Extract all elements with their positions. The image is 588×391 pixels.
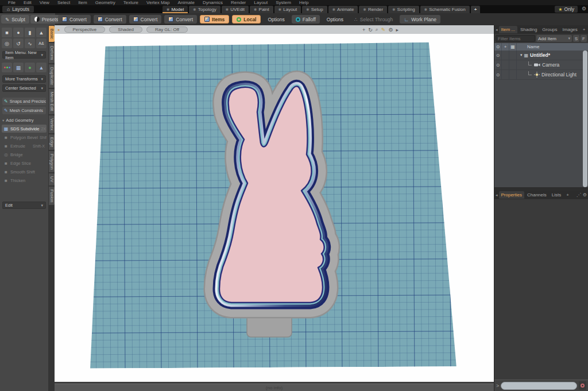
menu-vertex-map[interactable]: Vertex Map: [146, 0, 169, 5]
tool-extrude[interactable]: ■ Extrude Shift-X: [2, 142, 47, 150]
add-panel-tab-button[interactable]: +: [581, 26, 588, 33]
snaps-and-precision-button[interactable]: ✎ Snaps and Precision: [2, 98, 46, 105]
vtab-polygon[interactable]: Polygon: [49, 151, 55, 172]
menu-file[interactable]: File: [8, 0, 16, 5]
rotate-icon[interactable]: ↻: [368, 27, 373, 33]
more-transforms-dropdown[interactable]: More Transforms▾: [2, 75, 46, 83]
add-geometry-section-header[interactable]: ▾ Add Geometry: [0, 116, 48, 124]
tab-render[interactable]: ✱Render: [359, 6, 387, 13]
tab-animate[interactable]: ✱Animate: [328, 6, 358, 13]
tool-smooth-shift[interactable]: ■ Smooth Shift: [2, 168, 47, 176]
eye-icon[interactable]: ⊙: [494, 70, 502, 80]
items-mode-button[interactable]: Items: [200, 15, 229, 24]
eye-icon[interactable]: ⊙: [494, 51, 502, 60]
tool-sds-subdivide[interactable]: ▦ SDS Subdivide 2X: [2, 125, 47, 133]
bunny-cookie-cutter-model[interactable]: [55, 25, 494, 382]
vtab-mesh-edit[interactable]: Mesh Edit: [49, 89, 55, 114]
select-through-button[interactable]: ∴Select Through: [350, 15, 397, 24]
item-row-camera[interactable]: ⊙ Camera: [494, 60, 588, 70]
cone-primitive-button[interactable]: ▲: [36, 28, 47, 37]
solo-button[interactable]: S: [573, 35, 579, 42]
falloff-options-button[interactable]: Options: [323, 15, 347, 24]
layouts-button[interactable]: ⌂ Layouts: [2, 6, 34, 13]
center-selected-dropdown[interactable]: Center Selected▾: [2, 84, 46, 92]
menu-render[interactable]: Render: [231, 0, 246, 5]
chevron-right-icon[interactable]: ▸: [396, 27, 399, 33]
chevron-left-icon[interactable]: ◂: [496, 28, 498, 32]
cube-primitive-button[interactable]: ■: [2, 28, 12, 37]
gear-icon[interactable]: ⚙: [388, 27, 393, 33]
vtab-basic[interactable]: Basic: [49, 26, 55, 42]
tab-images[interactable]: Images: [560, 26, 580, 33]
tab-layout[interactable]: ✱Layout: [274, 6, 301, 13]
sphere-primitive-button[interactable]: ●: [13, 28, 24, 37]
item-list-scrollbar[interactable]: [583, 51, 587, 187]
menu-dynamics[interactable]: Dynamics: [203, 0, 223, 5]
tab-topology[interactable]: ✱Topology: [189, 6, 220, 13]
tab-setup[interactable]: ✱Setup: [302, 6, 327, 13]
menu-view[interactable]: View: [40, 0, 49, 5]
pop-out-icon[interactable]: ⋰: [577, 192, 581, 198]
raygl-toggle[interactable]: Ray GL: Off: [146, 26, 188, 33]
pan-icon[interactable]: +: [362, 27, 365, 33]
convert-button-3[interactable]: Convert: [129, 15, 162, 24]
menu-item[interactable]: Item: [78, 0, 87, 5]
key-icon[interactable]: ✎: [381, 27, 386, 33]
add-item-dropdown[interactable]: Add Item ▾: [536, 35, 572, 42]
gear-icon[interactable]: ⚙: [583, 192, 587, 198]
vtab-edge[interactable]: Edge: [49, 134, 55, 150]
viewport-collapse-icon[interactable]: ▸: [58, 28, 60, 32]
tab-lists[interactable]: Lists: [550, 191, 563, 199]
mesh-constraints-button[interactable]: ✎ Mesh Constraints: [2, 107, 46, 114]
tab-shading[interactable]: Shading: [518, 26, 539, 33]
zoom-icon[interactable]: ⌕: [376, 26, 378, 33]
transform-gizmo-button[interactable]: [2, 63, 12, 72]
vtab-fusion[interactable]: Fusion: [49, 187, 55, 206]
sculpt-button[interactable]: ✎ Sculpt: [1, 15, 29, 24]
falloff-cone-button[interactable]: ▲: [36, 63, 47, 72]
item-row-directional-light[interactable]: ⊙ Directional Light: [494, 70, 588, 80]
vtab-deform[interactable]: Deform: [49, 43, 55, 63]
tab-schematic-fusion[interactable]: ✱Schematic Fusion: [420, 6, 470, 13]
tool-edge-slice[interactable]: ■ Edge Slice: [2, 159, 47, 167]
tab-scripting[interactable]: ✱Scripting: [388, 6, 419, 13]
vtab-vertex[interactable]: Vertex: [49, 115, 55, 133]
menu-geometry[interactable]: Geometry: [95, 0, 115, 5]
vtab-uv[interactable]: UV: [49, 173, 55, 185]
menu-system[interactable]: System: [276, 0, 291, 5]
menu-texture[interactable]: Texture: [123, 0, 138, 5]
3d-viewport[interactable]: ▸ Perspective Shaded Ray GL: Off + ↻ ⌕ ✎…: [55, 25, 494, 382]
tab-model[interactable]: ✱Model: [163, 6, 188, 13]
soft-move-button[interactable]: ●: [25, 63, 35, 72]
menu-animate[interactable]: Animate: [178, 0, 195, 5]
menu-select[interactable]: Select: [57, 0, 70, 5]
tab-groups[interactable]: Groups: [540, 26, 559, 33]
tab-channels[interactable]: Channels: [525, 191, 549, 199]
menu-edit[interactable]: Edit: [24, 0, 32, 5]
convert-button-1[interactable]: Convert: [58, 15, 91, 24]
curve-tool-button[interactable]: ∿: [25, 38, 35, 48]
tab-paint[interactable]: ✱Paint: [250, 6, 273, 13]
command-history-button[interactable]: [579, 381, 586, 390]
tool-thicken[interactable]: ■ Thicken: [2, 176, 47, 184]
add-workspace-tab-button[interactable]: +: [471, 6, 481, 13]
work-plane-button[interactable]: ∟Work Plane: [400, 15, 440, 24]
tool-bridge[interactable]: ◎ Bridge: [2, 150, 47, 158]
falloff-button[interactable]: Falloff: [292, 15, 320, 24]
tool-polygon-bevel[interactable]: ■ Polygon Bevel Shift-B: [2, 133, 47, 141]
add-panel-tab-button[interactable]: +: [564, 191, 571, 199]
mesh-cube-button[interactable]: ▦: [13, 63, 24, 72]
filter-button[interactable]: F: [581, 35, 587, 42]
expander-icon[interactable]: ▾: [520, 53, 523, 57]
item-row-untitled[interactable]: ⊙ ▾ ▦ Untitled*: [494, 51, 588, 60]
torus-primitive-button[interactable]: ◎: [2, 38, 12, 48]
only-button[interactable]: ★ Only: [555, 6, 578, 13]
convert-button-2[interactable]: Convert: [94, 15, 126, 24]
tab-item-list[interactable]: Item ...: [499, 26, 517, 33]
shading-mode-dropdown[interactable]: Shaded: [109, 26, 142, 33]
eye-icon[interactable]: ⊙: [494, 60, 502, 70]
tab-uvedit[interactable]: ✱UVEdit: [222, 6, 249, 13]
view-mode-dropdown[interactable]: Perspective: [64, 26, 106, 33]
gear-icon[interactable]: ⚙: [582, 6, 586, 11]
action-center-options-button[interactable]: Options: [264, 15, 288, 24]
